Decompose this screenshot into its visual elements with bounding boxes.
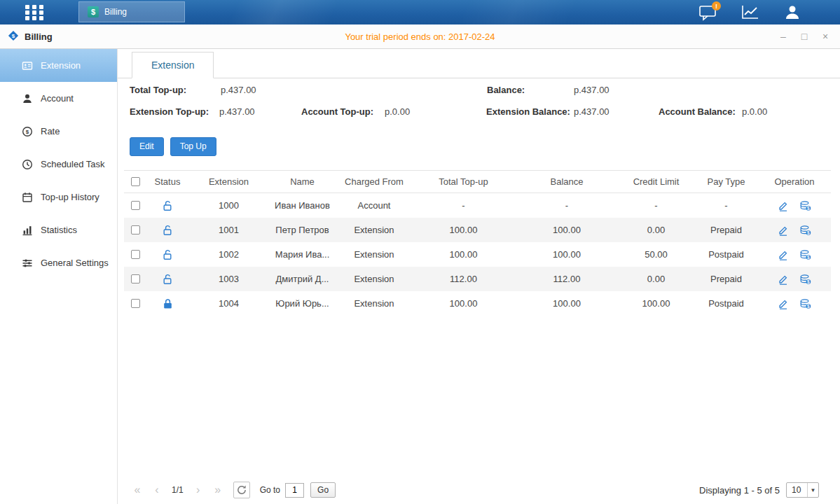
top-up-button[interactable]: Top Up	[170, 137, 216, 156]
column-header-total-top-up: Total Top-up	[413, 176, 514, 187]
notification-badge: !	[712, 1, 721, 10]
top-up-icon[interactable]: $	[799, 200, 811, 211]
row-checkbox[interactable]	[131, 274, 140, 284]
table-row: 1004Юрий Юрь...Extension100.00100.00100.…	[124, 291, 831, 316]
row-checkbox[interactable]	[131, 201, 140, 210]
close-button[interactable]: ×	[820, 31, 830, 41]
sidebar-item-top-up-history[interactable]: Top-up History	[0, 181, 117, 214]
taskbar-item-label: Billing	[104, 7, 127, 17]
top-up-icon[interactable]: $	[799, 298, 811, 309]
edit-icon[interactable]	[778, 225, 789, 236]
account-topup-label: Account Top-up:	[301, 106, 373, 117]
page-indicator: 1/1	[172, 485, 184, 495]
total-topup-cell: -	[413, 200, 514, 211]
edit-icon[interactable]	[778, 200, 789, 211]
sidebar-item-extension[interactable]: Extension	[0, 49, 117, 82]
charged-from-cell: Extension	[336, 225, 413, 235]
svg-text:$: $	[12, 33, 15, 39]
goto-page-input[interactable]	[285, 483, 304, 498]
account-topup-value: p.0.00	[385, 106, 410, 117]
edit-button[interactable]: Edit	[130, 137, 164, 156]
sidebar-item-rate[interactable]: $Rate	[0, 115, 117, 148]
general-settings-icon	[22, 258, 33, 269]
top-up-icon[interactable]: $	[799, 225, 811, 236]
tab-extension[interactable]: Extension	[132, 52, 214, 78]
sidebar-item-label: Account	[41, 93, 74, 104]
page-size-value: 10	[787, 485, 807, 495]
topbar-icons: !	[687, 0, 813, 24]
user-icon[interactable]	[771, 0, 813, 24]
messages-icon[interactable]: !	[687, 0, 729, 24]
minimize-button[interactable]: –	[778, 31, 788, 41]
topbar: $ Billing !	[0, 0, 840, 24]
credit-limit-cell: 100.00	[619, 298, 693, 309]
chart-icon[interactable]	[729, 0, 771, 24]
sidebar-item-statistics[interactable]: Statistics	[0, 214, 117, 246]
pay-type-cell: Prepaid	[693, 225, 759, 235]
sidebar-item-scheduled-task[interactable]: Scheduled Task	[0, 148, 117, 181]
taskbar-item-billing[interactable]: $ Billing	[78, 1, 185, 22]
prev-page-button[interactable]: ‹	[147, 482, 167, 498]
row-checkbox[interactable]	[131, 250, 140, 259]
name-cell: Дмитрий Д...	[269, 274, 336, 284]
next-page-button[interactable]: ›	[188, 482, 208, 498]
row-checkbox[interactable]	[131, 225, 140, 234]
name-cell: Иван Иванов	[269, 200, 336, 211]
edit-icon[interactable]	[778, 298, 789, 309]
balance-label: Balance:	[487, 85, 525, 95]
edit-icon[interactable]	[778, 249, 789, 260]
select-all-checkbox[interactable]	[131, 177, 140, 186]
name-cell: Юрий Юрь...	[269, 298, 336, 309]
sidebar-item-label: Statistics	[41, 225, 77, 235]
credit-limit-cell: 50.00	[619, 249, 693, 260]
column-header-pay-type: Pay Type	[693, 176, 759, 187]
billing-app-icon: $	[88, 6, 99, 18]
sidebar-menu: ExtensionAccount$RateScheduled TaskTop-u…	[0, 49, 118, 504]
total-topup-value: p.437.00	[221, 85, 256, 95]
total-topup-label: Total Top-up:	[130, 85, 186, 95]
account-icon	[22, 93, 33, 104]
balance-cell: -	[514, 200, 619, 211]
table-body: 1000Иван ИвановAccount----$1001Петр Петр…	[124, 193, 831, 316]
displaying-text: Displaying 1 - 5 of 5	[699, 485, 780, 496]
column-header-credit-limit: Credit Limit	[619, 176, 693, 187]
total-topup-cell: 112.00	[413, 274, 514, 284]
svg-text:$: $	[26, 129, 29, 135]
sidebar-item-label: Top-up History	[41, 192, 99, 202]
main-content: Extension Total Top-up: p.437.00 Balance…	[118, 49, 840, 504]
status-unlocked-icon	[163, 200, 173, 211]
table-row: 1000Иван ИвановAccount----$	[124, 193, 831, 218]
charged-from-cell: Extension	[336, 298, 413, 309]
sidebar-item-account[interactable]: Account	[0, 82, 117, 115]
top-up-icon[interactable]: $	[799, 249, 811, 260]
column-header-extension: Extension	[188, 176, 269, 187]
sidebar-item-general-settings[interactable]: General Settings	[0, 246, 117, 279]
scheduled-task-icon	[22, 159, 33, 170]
maximize-button[interactable]: □	[799, 31, 809, 41]
account-balance-label: Account Balance:	[659, 106, 736, 117]
go-button[interactable]: Go	[310, 482, 336, 498]
apps-grid-icon[interactable]	[25, 5, 43, 20]
pay-type-cell: -	[693, 200, 759, 211]
table-row: 1003Дмитрий Д...Extension112.00112.000.0…	[124, 267, 831, 291]
top-up-icon[interactable]: $	[799, 274, 811, 285]
table-header-row: StatusExtensionNameCharged FromTotal Top…	[124, 170, 831, 193]
last-page-button[interactable]: »	[208, 482, 228, 498]
credit-limit-cell: 0.00	[619, 225, 693, 235]
summary: Total Top-up: p.437.00 Balance: p.437.00…	[118, 78, 840, 129]
row-checkbox[interactable]	[131, 299, 140, 308]
svg-text:$: $	[807, 279, 810, 284]
pay-type-cell: Postpaid	[693, 298, 759, 309]
edit-icon[interactable]	[778, 274, 789, 285]
extension-balance-value: p.437.00	[574, 106, 610, 117]
first-page-button[interactable]: «	[128, 482, 147, 498]
sidebar-item-label: Rate	[41, 126, 60, 136]
status-unlocked-icon	[163, 225, 173, 236]
page-size-select[interactable]: 10 ▼	[786, 482, 819, 498]
extension-cell: 1001	[188, 225, 269, 235]
column-header-status: Status	[146, 176, 188, 187]
refresh-icon[interactable]	[233, 482, 250, 498]
extension-topup-label: Extension Top-up:	[130, 106, 209, 117]
extension-icon	[22, 60, 33, 71]
sidebar-item-label: Scheduled Task	[41, 159, 105, 169]
